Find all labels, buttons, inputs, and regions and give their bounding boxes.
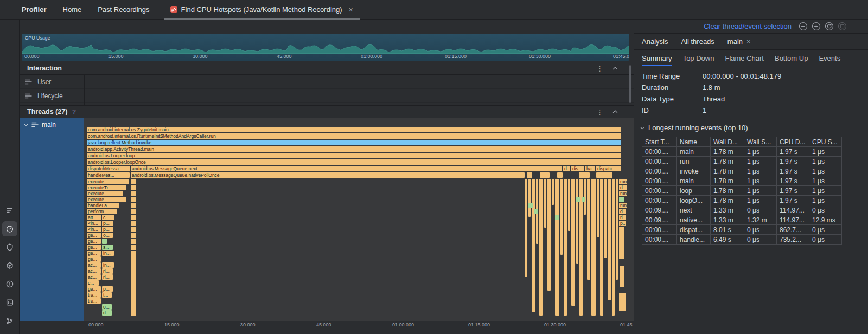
flame-bar[interactable]: d... xyxy=(563,166,570,171)
flame-bar[interactable] xyxy=(619,197,624,202)
track-row-lifecycle[interactable]: Lifecycle xyxy=(20,89,634,103)
flame-bar[interactable]: tra... xyxy=(87,298,101,304)
flame-bar[interactable] xyxy=(534,209,538,214)
kebab-menu-icon[interactable]: ⋮ xyxy=(596,65,603,72)
flame-bar[interactable] xyxy=(532,179,535,312)
column-header[interactable]: CPU S... xyxy=(809,137,842,147)
flame-bar[interactable] xyxy=(612,179,615,316)
flame-bar[interactable]: dispatchMessa... xyxy=(87,166,130,171)
column-header[interactable]: CPU D... xyxy=(777,137,809,147)
flame-bar[interactable] xyxy=(131,179,136,184)
flame-bar[interactable] xyxy=(619,293,626,311)
flame-bar[interactable] xyxy=(620,266,624,287)
flame-bar[interactable]: ge... xyxy=(87,239,101,244)
flame-bar[interactable] xyxy=(131,280,136,286)
thread-sidebar[interactable]: main xyxy=(20,118,84,321)
collapse-chevron-icon[interactable] xyxy=(612,108,618,115)
flame-bar[interactable] xyxy=(564,179,567,316)
flame-bar[interactable] xyxy=(131,268,136,274)
subtab-top-down[interactable]: Top Down xyxy=(683,50,714,66)
flame-bar[interactable] xyxy=(576,197,580,202)
flame-bar[interactable]: android.os.MessageQueue.next xyxy=(131,166,562,171)
flame-bar[interactable] xyxy=(131,221,136,226)
table-row[interactable]: 00:00....dispat...8.01 s0 µs862.7...0 µs xyxy=(642,225,842,235)
build-icon[interactable] xyxy=(2,258,17,273)
flame-bar[interactable] xyxy=(597,179,599,237)
subtab-events[interactable]: Events xyxy=(819,50,840,66)
flame-bar[interactable]: att... xyxy=(87,215,101,220)
flame-bar[interactable] xyxy=(555,215,559,220)
flame-bar[interactable]: ha... xyxy=(585,166,595,171)
flame-bar[interactable] xyxy=(571,179,575,306)
flame-bar[interactable]: android.os.MessageQueue.nativePollOnce xyxy=(131,172,525,178)
collapse-chevron-icon[interactable] xyxy=(612,65,618,72)
column-header[interactable]: Wall D... xyxy=(711,137,744,147)
subtab-flame-chart[interactable]: Flame Chart xyxy=(725,50,764,66)
flame-bar[interactable] xyxy=(600,179,603,316)
flame-bar[interactable] xyxy=(619,227,624,259)
flame-bar[interactable] xyxy=(131,197,136,202)
flame-bar[interactable] xyxy=(131,191,136,196)
flame-bar[interactable] xyxy=(587,179,590,280)
flame-bar[interactable] xyxy=(131,209,136,214)
tab-analysis[interactable]: Analysis xyxy=(642,37,668,46)
table-row[interactable]: 00:00....handle...6.49 s0 µs735.2...0 µs xyxy=(642,235,842,245)
tab-main[interactable]: main× xyxy=(727,37,751,46)
flame-bar[interactable]: <in... xyxy=(87,227,101,232)
flame-bar[interactable] xyxy=(528,203,533,208)
flame-bar[interactable] xyxy=(131,215,136,220)
flame-bar[interactable]: run xyxy=(619,203,627,208)
flame-bar[interactable] xyxy=(568,179,570,231)
flame-bar[interactable]: s... xyxy=(102,245,113,250)
thread-row-main[interactable]: main xyxy=(20,118,84,131)
flame-bar[interactable] xyxy=(608,179,611,300)
flame-bar[interactable] xyxy=(131,274,136,280)
flame-bar[interactable] xyxy=(131,262,136,268)
flame-bar[interactable]: o... xyxy=(102,304,112,310)
zoom-to-selection-icon[interactable] xyxy=(838,22,847,31)
clear-selection-link[interactable]: Clear thread/event selection xyxy=(704,22,792,30)
flame-bar[interactable]: in... xyxy=(102,262,114,268)
flame-bar[interactable]: rl... xyxy=(102,274,113,280)
table-row[interactable]: 00:00....loopO...1.78 m1 µs1.97 s1 µs xyxy=(642,196,842,205)
flame-bar[interactable]: o... xyxy=(102,233,113,238)
flame-bar[interactable] xyxy=(576,179,578,264)
flame-bar[interactable] xyxy=(540,172,550,178)
flame-bar[interactable]: execute xyxy=(87,197,126,202)
table-row[interactable]: 00:09....native...1.33 m1.32 m114.97...1… xyxy=(642,215,842,225)
flame-bar[interactable] xyxy=(525,179,527,277)
events-section-header[interactable]: Longest running events (top 10) xyxy=(640,124,748,132)
flame-bar[interactable] xyxy=(131,227,136,232)
table-row[interactable]: 00:00....main1.78 m1 µs1.97 s1 µs xyxy=(642,147,842,157)
flame-bar[interactable]: t... xyxy=(102,292,112,298)
flame-bar[interactable]: android.os.Looper.loopOnce xyxy=(87,159,621,165)
flame-bar[interactable]: com.android.internal.os.ZygoteInit.main xyxy=(87,127,621,132)
flame-bar[interactable]: executeTr... xyxy=(87,185,126,190)
flame-bar[interactable]: perform... xyxy=(87,209,117,214)
zoom-in-icon[interactable] xyxy=(812,22,821,31)
flame-bar[interactable]: tra... xyxy=(87,292,101,298)
vertical-scrollbar[interactable] xyxy=(629,65,631,103)
flame-bar[interactable]: p... xyxy=(102,227,113,232)
flame-bar[interactable]: java.lang.reflect.Method.invoke xyxy=(87,140,621,145)
flame-bar[interactable] xyxy=(557,172,563,178)
flame-bar[interactable] xyxy=(591,179,596,316)
flame-bar[interactable] xyxy=(131,185,136,190)
flame-bar[interactable] xyxy=(131,298,136,304)
help-icon[interactable]: ? xyxy=(72,108,75,115)
flame-bar[interactable] xyxy=(528,179,531,217)
flame-bar[interactable] xyxy=(102,239,107,244)
flame-bar[interactable]: android.app.ActivityThread.main xyxy=(87,146,621,152)
subtab-bottom-up[interactable]: Bottom Up xyxy=(775,50,808,66)
table-row[interactable]: 00:00....main1.78 m1 µs1.97 s1 µs xyxy=(642,176,842,186)
flame-bar[interactable] xyxy=(131,304,136,310)
column-header[interactable]: Wall S... xyxy=(744,137,777,147)
flame-bar[interactable]: ge... xyxy=(87,245,101,250)
flame-bar[interactable]: d... xyxy=(102,310,112,316)
flame-bar[interactable]: android.os.Looper.loop xyxy=(87,153,621,158)
flame-bar[interactable] xyxy=(560,179,563,255)
flame-bar[interactable] xyxy=(539,179,543,316)
table-row[interactable]: 00:09....next1.33 m0 µs114.97...0 µs xyxy=(642,205,842,215)
flame-bar[interactable]: ge... xyxy=(87,251,101,256)
flame-bar[interactable] xyxy=(616,179,618,280)
